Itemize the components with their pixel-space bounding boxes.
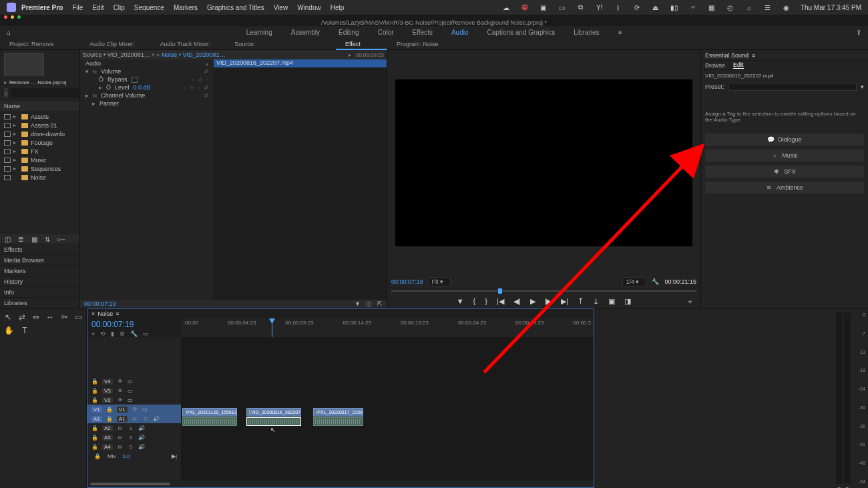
step-forward-button[interactable]: |▶ (545, 297, 552, 306)
bin-fx[interactable]: ▸FX (0, 147, 79, 156)
bin-music[interactable]: ▸Music (0, 156, 79, 164)
menu-window[interactable]: Window (297, 4, 321, 11)
ec-clip-label[interactable]: Noise • VID_2020081… (162, 51, 225, 58)
siri-icon[interactable]: ◉ (782, 3, 791, 12)
search-icon[interactable]: ⌕ (4, 88, 8, 97)
bin-assets[interactable]: ▸Assets (0, 112, 79, 121)
sort-icon[interactable]: ⇅ (44, 236, 51, 242)
camera-icon[interactable]: ▣ (539, 3, 548, 12)
go-to-in-button[interactable]: |◀ (497, 297, 504, 306)
program-tc-left[interactable]: 00:00:07:19 (391, 278, 423, 285)
track-area[interactable]: PXL_20211120_155913 VID_20200816_202207 … (181, 337, 594, 481)
bin-footage[interactable]: ▸Footage (0, 138, 79, 147)
step-back-button[interactable]: ◀| (513, 297, 521, 306)
bypass-checkbox[interactable] (132, 77, 138, 83)
clip-v1-vid[interactable]: VID_20200816_202207 (246, 408, 301, 417)
icon-view-icon[interactable]: ▦ (31, 236, 37, 242)
ec-source-label[interactable]: Source • VID_2020081… (83, 51, 150, 58)
panel-markers[interactable]: Markers (0, 265, 79, 276)
wifi-icon[interactable]: ⌔ (688, 3, 698, 12)
program-video-view[interactable] (395, 79, 692, 246)
extract-button[interactable]: ⤓ (593, 297, 599, 306)
bin-sequences[interactable]: ▸Sequences (0, 164, 79, 173)
tab-audio-track-mixer[interactable]: Audio Track Mixer: Noise (151, 38, 225, 50)
audio-meters[interactable]: S S 0-7-13-18-24-30-36-41-48-54 (594, 308, 868, 488)
go-to-out-button[interactable]: ▶| (561, 297, 568, 306)
clip-v1-pxl1[interactable]: PXL_20211120_155913 (182, 408, 237, 417)
type-tool[interactable]: T (20, 326, 29, 335)
rectangle-tool[interactable]: ▭ (75, 312, 82, 322)
ws-color[interactable]: Color (378, 29, 394, 36)
panel-info[interactable]: Info (0, 286, 79, 297)
panel-libraries[interactable]: Libraries (0, 297, 79, 308)
timeline-zoom-scroll[interactable] (87, 481, 594, 487)
rolling-edit-tool[interactable]: ↔ (46, 312, 54, 322)
menu-file[interactable]: File (72, 4, 83, 11)
es-type-sfx[interactable]: ✱SFX (705, 166, 864, 178)
cloud-icon[interactable]: ☁ (501, 3, 511, 12)
es-preset-select[interactable] (728, 83, 857, 91)
track-a1[interactable]: A1🔒A1MS🔊 (87, 414, 181, 423)
track-mix[interactable]: 🔒Mix0.0▶| (87, 451, 181, 461)
ec-filter-icon[interactable]: ▼ (355, 300, 361, 307)
mark-out-button[interactable]: } (485, 297, 487, 305)
sequence-name[interactable]: Noise (97, 310, 113, 317)
sync-icon[interactable]: ⟳ (632, 3, 642, 12)
track-a4[interactable]: 🔒A4MS🔊 (87, 442, 181, 451)
panel-history[interactable]: History (0, 276, 79, 286)
ec-volume-row[interactable]: ▾fxVolume↺ (80, 67, 214, 75)
track-v2[interactable]: 🔒V2👁▭ (87, 395, 181, 405)
play-button[interactable]: ▶ (530, 297, 535, 306)
ec-split-icon[interactable]: ◫ (366, 300, 372, 307)
bin-noise[interactable]: Noise (0, 173, 79, 182)
chevron-down-icon[interactable]: ▾ (861, 83, 864, 90)
track-v1[interactable]: V1🔒V1👁▭ (87, 405, 181, 414)
ec-timecode[interactable]: 00:00:07:19 (84, 300, 116, 307)
clip-a1-pxl2[interactable] (313, 417, 363, 426)
ec-audio-row[interactable]: Audio▴ (80, 59, 214, 67)
program-scrubber[interactable] (387, 288, 700, 294)
panel-effects[interactable]: Effects (0, 244, 79, 254)
es-type-ambience[interactable]: ≋Ambience (705, 182, 864, 194)
ec-bypass-row[interactable]: ÖBypass◦ ◇ ◦ (80, 75, 214, 83)
menu-sequence[interactable]: Sequence (134, 4, 164, 11)
zoom-slider-icon[interactable]: ○─ (57, 236, 64, 242)
ws-more-button[interactable]: » (618, 29, 622, 36)
es-type-music[interactable]: ♪Music (705, 150, 864, 162)
program-scale-select[interactable]: 1/4 ▾ (622, 277, 646, 286)
tab-program[interactable]: Program: Noise (387, 38, 448, 50)
es-tab-edit[interactable]: Edit (733, 61, 744, 69)
selection-tool[interactable]: ↖ (4, 312, 11, 322)
menu-clip[interactable]: Clip (114, 4, 125, 11)
project-preview-thumb[interactable] (4, 53, 44, 75)
project-name-header[interactable]: Name (0, 101, 79, 111)
calendar-icon[interactable]: ▦ (707, 3, 716, 12)
record-icon[interactable]: ⦿ (520, 3, 529, 12)
tab-audio-clip-mixer[interactable]: Audio Clip Mixer: Noise (80, 38, 151, 50)
ripple-edit-tool[interactable]: ⇔ (32, 312, 39, 322)
razor-tool[interactable]: ✂ (61, 312, 68, 322)
ws-assembly[interactable]: Assembly (291, 29, 320, 36)
tab-project[interactable]: Project: Remove Backgroun (0, 38, 80, 50)
eject-icon[interactable]: ⏏ (651, 3, 660, 12)
menu-markers[interactable]: Markers (174, 4, 198, 11)
menubar-clock[interactable]: Thu Mar 17 3:45 PM (801, 4, 861, 11)
ws-learning[interactable]: Learning (246, 29, 272, 36)
control-center-icon[interactable]: ☰ (763, 3, 773, 12)
program-fit-select[interactable]: Fit ▾ (429, 277, 451, 286)
timeline-timecode[interactable]: 00:00:07:19 (91, 320, 177, 329)
lift-button[interactable]: ⤒ (578, 297, 584, 306)
export-frame-button[interactable]: ▣ (608, 297, 615, 306)
freeform-view-icon[interactable]: ◫ (4, 236, 11, 242)
clip-a1-pxl1[interactable] (182, 417, 237, 426)
track-a3[interactable]: 🔒A3MS🔊 (87, 433, 181, 442)
button-editor-button[interactable]: ＋ (686, 296, 694, 306)
list-view-icon[interactable]: ≣ (17, 236, 24, 242)
export-button[interactable]: ⇪ (856, 29, 861, 36)
ws-editing[interactable]: Editing (339, 29, 359, 36)
ws-audio[interactable]: Audio (451, 29, 469, 36)
yi-icon[interactable]: Y! (595, 3, 604, 12)
menu-edit[interactable]: Edit (92, 4, 103, 11)
clip-v1-pxl2[interactable]: PXL_20220317_2159 (313, 408, 363, 417)
ws-captions[interactable]: Captions and Graphics (487, 29, 556, 36)
